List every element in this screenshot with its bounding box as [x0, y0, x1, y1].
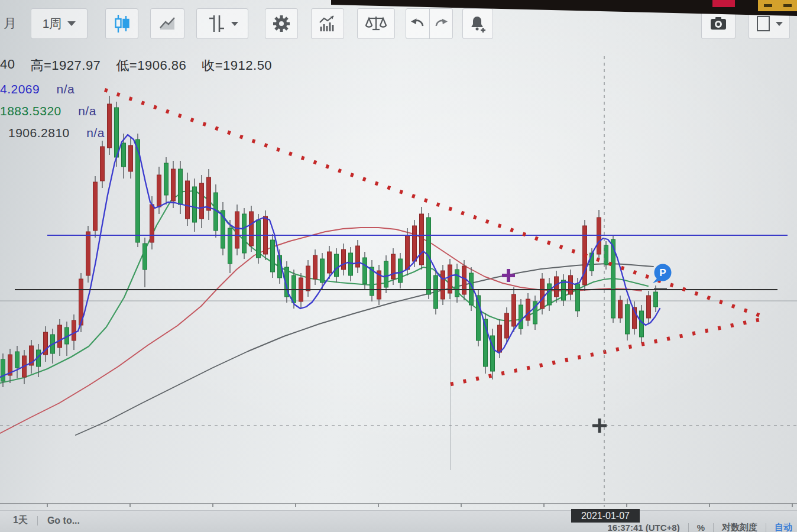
- percent-scale-button[interactable]: %: [697, 523, 705, 532]
- candle-body-down: [122, 143, 126, 167]
- candle-body-up: [441, 271, 445, 299]
- candle-body-down: [335, 254, 339, 277]
- ohlc-high: 高=1927.97: [30, 57, 101, 74]
- candle-body-down: [654, 292, 658, 307]
- log-scale-button[interactable]: 对数刻度: [722, 522, 757, 532]
- candle-body-down: [626, 304, 630, 334]
- candle-body-down: [604, 245, 608, 265]
- bezel-yellow-sticker: [758, 0, 797, 11]
- ohlc-close: 收=1912.50: [202, 57, 272, 74]
- interval-month-button[interactable]: 月: [4, 15, 17, 33]
- candle-body-up: [86, 232, 90, 275]
- range-1day-button[interactable]: 1天: [13, 514, 28, 527]
- candle-body-up: [150, 205, 154, 242]
- candle-body-up: [448, 265, 452, 293]
- candle-body-up: [72, 320, 76, 340]
- indicator-na: n/a: [86, 126, 105, 140]
- chart-type-line-button[interactable]: [150, 8, 184, 39]
- undo-icon: [410, 17, 426, 31]
- candle-body-down: [228, 228, 232, 264]
- candle-body-down: [1, 359, 5, 381]
- position-pin-label: P: [659, 267, 666, 278]
- gear-icon: [271, 14, 291, 34]
- indicator-row: 1906.2810 n/a: [0, 126, 272, 140]
- candle-body-down: [257, 220, 261, 258]
- candle-body-down: [143, 244, 147, 270]
- add-alert-button[interactable]: [462, 8, 493, 39]
- settings-button[interactable]: [265, 8, 298, 39]
- bottom-right-group: 16:37:41 (UTC+8) % 对数刻度 自动: [608, 522, 792, 532]
- candle-body-down: [193, 187, 197, 222]
- trading-app-screen: 月 1周: [0, 0, 797, 532]
- divider: [713, 523, 714, 532]
- auto-scale-button[interactable]: 自动: [775, 522, 792, 532]
- candle-body-up: [498, 325, 502, 352]
- bottom-toolbar: 1天 Go to... 16:37:41 (UTC+8) % 对数刻度 自动: [0, 510, 797, 532]
- chevron-down-icon: [231, 22, 238, 26]
- candle-body-up: [157, 175, 161, 207]
- candle-body-up: [328, 252, 332, 273]
- candle-body-up: [391, 254, 396, 279]
- candle-body-down: [576, 284, 580, 311]
- redo-button[interactable]: [429, 8, 453, 39]
- candle-body-up: [101, 147, 105, 181]
- candle-body-down: [179, 169, 183, 205]
- indicator-value: 1906.2810: [8, 126, 70, 140]
- candle-body-up: [129, 145, 133, 171]
- trade-tool-button[interactable]: [196, 8, 248, 39]
- camera-icon: [709, 15, 728, 32]
- indicator-row: 4.2069 n/a: [0, 82, 272, 96]
- clock-timezone-button[interactable]: 16:37:41 (UTC+8): [608, 523, 680, 532]
- candle-body-up: [207, 177, 211, 210]
- trade-tool-icon: [206, 14, 226, 34]
- candle-body-down: [384, 261, 388, 287]
- candlestick-chart-icon: [112, 14, 131, 34]
- candle-body-up: [413, 226, 417, 261]
- candle-body-up: [569, 275, 573, 294]
- candle-body-up: [512, 294, 516, 326]
- candle-body-up: [618, 300, 623, 318]
- candle-body-down: [15, 352, 20, 368]
- candle-body-down: [292, 275, 296, 303]
- candle-body-up: [306, 266, 310, 291]
- indicator-na: n/a: [57, 82, 75, 96]
- chevron-down-icon: [776, 22, 783, 26]
- candle-body-up: [356, 246, 360, 267]
- candle-body-up: [235, 212, 239, 248]
- indicator-value: 1883.5320: [0, 104, 61, 118]
- divider: [37, 516, 38, 525]
- candle-body-up: [313, 255, 317, 279]
- redo-icon: [433, 17, 449, 31]
- indicators-button[interactable]: [311, 8, 344, 39]
- ohlc-row: 40 高=1927.97 低=1906.86 收=1912.50: [0, 57, 272, 74]
- goto-date-button[interactable]: Go to...: [47, 515, 80, 526]
- candle-body-up: [342, 249, 346, 270]
- undo-button[interactable]: [406, 8, 429, 39]
- chart-type-candles-button[interactable]: [105, 8, 138, 39]
- candle-body-down: [349, 253, 353, 275]
- candle-body-down: [547, 284, 552, 305]
- candle-body-up: [647, 296, 651, 318]
- ohlc-open-partial: 40: [0, 57, 15, 74]
- indicator-row: 1883.5320 n/a: [0, 104, 272, 118]
- indicators-icon: [317, 14, 338, 33]
- candle-body-down: [519, 305, 523, 329]
- divider: [688, 523, 689, 532]
- ohlc-low: 低=1906.86: [116, 57, 186, 74]
- candle-body-up: [200, 183, 204, 219]
- compare-button[interactable]: [357, 8, 395, 39]
- candle-body-up: [526, 299, 530, 320]
- candle-body-down: [242, 214, 247, 253]
- candle-body-up: [555, 277, 559, 297]
- candle-body-up: [406, 235, 410, 270]
- divider: [766, 523, 766, 532]
- interval-select-button[interactable]: 1周: [31, 8, 88, 39]
- candle-body-up: [250, 212, 254, 246]
- candle-body-up: [171, 169, 176, 201]
- bottom-left-group: 1天 Go to...: [13, 514, 80, 527]
- purple-cross-marker[interactable]: [502, 269, 515, 282]
- line-chart-icon: [158, 15, 177, 33]
- candle-body-down: [320, 259, 325, 283]
- candle-body-up: [93, 182, 98, 231]
- candle-body-up: [58, 325, 62, 348]
